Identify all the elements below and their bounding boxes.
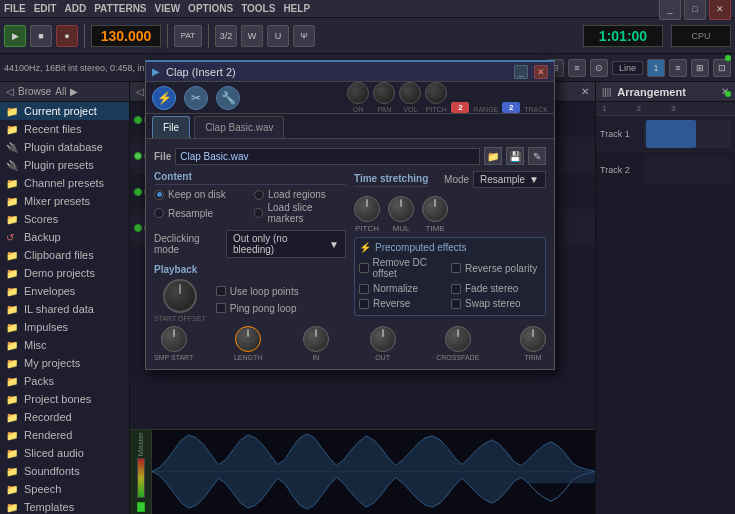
maximize-btn[interactable]: □ (684, 0, 706, 20)
channel-rack-close[interactable]: ✕ (581, 86, 589, 97)
use-loop-checkbox[interactable] (216, 286, 226, 296)
tab-file[interactable]: File (152, 116, 190, 138)
menu-patterns[interactable]: PATTERNS (94, 3, 146, 14)
menu-options[interactable]: OPTIONS (188, 3, 233, 14)
stretch-pitch-knob[interactable] (354, 196, 380, 222)
dialog-close-btn[interactable]: ✕ (534, 65, 548, 79)
menu-help[interactable]: HELP (283, 3, 310, 14)
reverse-checkbox[interactable] (359, 299, 369, 309)
sidebar-item-plugin-db[interactable]: 🔌 Plugin database (0, 138, 129, 156)
use-loop-option[interactable]: Use loop points (216, 286, 299, 297)
sidebar-item-envelopes[interactable]: 📁 Envelopes (0, 282, 129, 300)
dialog-minimize-btn[interactable]: _ (514, 65, 528, 79)
pan-knob[interactable] (373, 82, 395, 104)
fade-stereo-checkbox[interactable] (451, 284, 461, 294)
start-offset-knob[interactable] (163, 279, 197, 313)
close-btn[interactable]: ✕ (709, 0, 731, 20)
sidebar-item-impulses[interactable]: 📁 Impulses (0, 318, 129, 336)
sidebar-item-my-projects[interactable]: 📁 My projects (0, 354, 129, 372)
toolbar2-btn3[interactable]: ⊙ (590, 59, 608, 77)
stop-btn[interactable]: ■ (30, 25, 52, 47)
menu-edit[interactable]: EDIT (34, 3, 57, 14)
file-browse-btn[interactable]: 📁 (484, 147, 502, 165)
resample-radio[interactable] (154, 208, 164, 218)
sidebar-item-clipboard[interactable]: 📁 Clipboard files (0, 246, 129, 264)
sidebar-item-scores[interactable]: 📁 Scores (0, 210, 129, 228)
track1-block[interactable] (646, 120, 696, 148)
ch1-led[interactable] (134, 116, 142, 124)
play-btn[interactable]: ▶ (4, 25, 26, 47)
mode-dropdown[interactable]: Resample ▼ (473, 171, 546, 188)
ww-btn[interactable]: Ψ (293, 25, 315, 47)
on-knob[interactable] (347, 82, 369, 104)
fade-stereo-option[interactable]: Fade stereo (451, 283, 541, 294)
pat-btn[interactable]: PAT (174, 25, 202, 47)
step-size-btn[interactable]: 3/2 (215, 25, 237, 47)
reverse-polarity-option[interactable]: Reverse polarity (451, 257, 541, 279)
sidebar-item-packs[interactable]: 📁 Packs (0, 372, 129, 390)
stretch-mul-knob[interactable] (388, 196, 414, 222)
bpm-display[interactable]: 130.000 (91, 25, 161, 47)
record-btn[interactable]: ● (56, 25, 78, 47)
load-slice-radio[interactable] (254, 208, 263, 218)
ch2-led[interactable] (134, 152, 142, 160)
file-path-field[interactable]: Clap Basic.wav (175, 148, 480, 165)
toolbar2-btn6[interactable]: ⊞ (691, 59, 709, 77)
menu-file[interactable]: FILE (4, 3, 26, 14)
load-slice-option[interactable]: Load slice markers (254, 202, 346, 224)
declicking-dropdown[interactable]: Out only (no bleeding) ▼ (226, 230, 346, 258)
ch4-led[interactable] (134, 224, 142, 232)
normalize-option[interactable]: Normalize (359, 283, 449, 294)
toolbar2-btn7[interactable]: ⊡ (713, 59, 731, 77)
plugin-envelope-btn[interactable]: ✂ (184, 86, 208, 110)
toolbar2-btn5[interactable]: ≡ (669, 59, 687, 77)
file-edit-btn[interactable]: ✎ (528, 147, 546, 165)
sidebar-item-demo[interactable]: 📁 Demo projects (0, 264, 129, 282)
menu-view[interactable]: VIEW (155, 3, 181, 14)
out-knob[interactable] (370, 326, 396, 352)
channel-rack-arrow-left[interactable]: ◁ (136, 86, 144, 97)
file-save-btn[interactable]: 💾 (506, 147, 524, 165)
ping-pong-option[interactable]: Ping pong loop (216, 303, 299, 314)
u-btn[interactable]: U (267, 25, 289, 47)
sidebar-item-shared[interactable]: 📁 IL shared data (0, 300, 129, 318)
sidebar-item-current-project[interactable]: 📁 Current project (0, 102, 129, 120)
vol-knob[interactable] (399, 82, 421, 104)
in-knob[interactable] (303, 326, 329, 352)
plugin-settings-btn[interactable]: 🔧 (216, 86, 240, 110)
smp-start-knob[interactable] (161, 326, 187, 352)
sidebar-item-sliced[interactable]: 📁 Sliced audio (0, 444, 129, 462)
sidebar-item-templates[interactable]: 📁 Templates (0, 498, 129, 514)
load-regions-radio[interactable] (254, 190, 264, 200)
sidebar-item-backup[interactable]: ↺ Backup (0, 228, 129, 246)
minimize-btn[interactable]: _ (659, 0, 681, 20)
w-btn[interactable]: W (241, 25, 263, 47)
pitch-knob[interactable] (425, 82, 447, 104)
remove-dc-option[interactable]: Remove DC offset (359, 257, 449, 279)
load-regions-option[interactable]: Load regions (254, 189, 346, 200)
sidebar-item-project-bones[interactable]: 📁 Project bones (0, 390, 129, 408)
plugin-nav-btn[interactable]: ⚡ (152, 86, 176, 110)
sidebar-item-plugin-presets[interactable]: 🔌 Plugin presets (0, 156, 129, 174)
tab-wav[interactable]: Clap Basic.wav (194, 116, 284, 138)
keep-on-disk-option[interactable]: Keep on disk (154, 189, 246, 200)
resample-option[interactable]: Resample (154, 202, 246, 224)
swap-stereo-option[interactable]: Swap stereo (451, 298, 541, 309)
menu-tools[interactable]: TOOLS (241, 3, 275, 14)
reverse-polarity-checkbox[interactable] (451, 263, 461, 273)
normalize-checkbox[interactable] (359, 284, 369, 294)
sidebar-item-channel-presets[interactable]: 📁 Channel presets (0, 174, 129, 192)
length-knob[interactable] (235, 326, 261, 352)
sidebar-item-recorded[interactable]: 📁 Recorded (0, 408, 129, 426)
sidebar-item-rendered[interactable]: 📁 Rendered (0, 426, 129, 444)
swap-stereo-checkbox[interactable] (451, 299, 461, 309)
reverse-option[interactable]: Reverse (359, 298, 449, 309)
toolbar2-btn4[interactable]: 1 (647, 59, 665, 77)
trim-knob[interactable] (520, 326, 546, 352)
menu-add[interactable]: ADD (64, 3, 86, 14)
sidebar-item-mixer-presets[interactable]: 📁 Mixer presets (0, 192, 129, 210)
keep-disk-radio[interactable] (154, 190, 164, 200)
sidebar-item-speech[interactable]: 📁 Speech (0, 480, 129, 498)
ping-pong-checkbox[interactable] (216, 303, 226, 313)
sidebar-item-misc[interactable]: 📁 Misc (0, 336, 129, 354)
